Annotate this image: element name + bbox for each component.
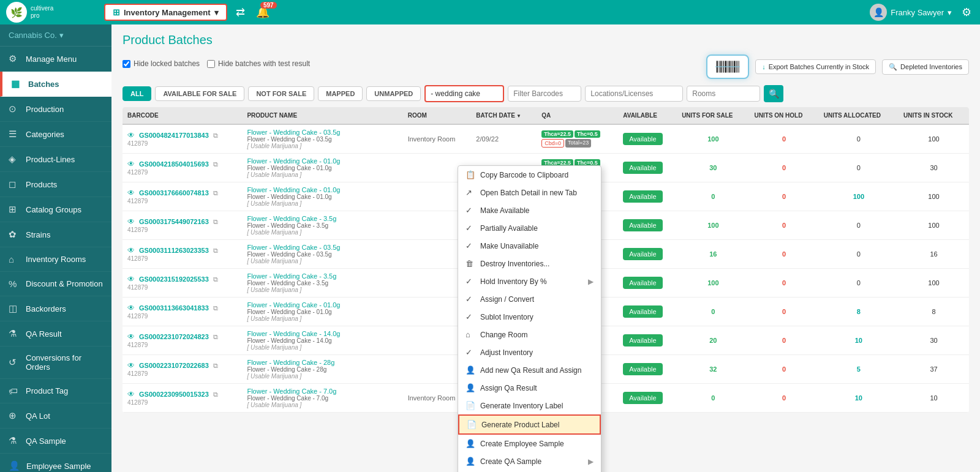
barcode-cell: 👁 GS0004218504015693 ⧉ 412879 [123,154,242,182]
eye-icon[interactable]: 👁 [127,246,135,255]
hide-test-checkbox[interactable] [207,60,215,68]
units-on-hold-cell: 0 [750,326,819,355]
ctx-destroy-inventories[interactable]: 🗑 Destroy Inventories... [458,255,601,272]
user-menu[interactable]: 👤 Franky Sawyer ▾ [870,4,952,21]
eye-icon[interactable]: 👁 [127,304,135,312]
sidebar-item-strains[interactable]: ✿ Strains [0,222,111,247]
eye-icon[interactable]: 👁 [127,160,135,168]
tab-all[interactable]: ALL [123,86,151,101]
sidebar-item-qa-sample[interactable]: ⚗ QA Sample [0,429,111,454]
sidebar-item-catalog-groups[interactable]: ⊞ Catalog Groups [0,197,111,222]
tab-available-for-sale[interactable]: AVAILABLE FOR SALE [155,86,244,101]
ctx-create-qa-sample[interactable]: 👤 Create QA Sample ▶ [458,452,601,470]
available-button[interactable]: Available [623,133,662,145]
eye-icon[interactable]: 👁 [127,189,135,197]
copy-barcode-icon[interactable]: ⧉ [213,247,218,254]
hide-locked-checkbox[interactable] [123,60,130,68]
eye-icon[interactable]: 👁 [127,332,135,341]
ctx-hold-inventory[interactable]: ✓ Hold Inventory By % ▶ [458,272,601,290]
sidebar-item-products[interactable]: ◻ Products [0,172,111,197]
units-in-stock-cell: 100 [899,182,969,211]
ctx-gen-product-label[interactable]: 📄 Generate Product Label [458,414,601,435]
copy-barcode-icon[interactable]: ⧉ [213,160,218,168]
sidebar-item-qa-lot[interactable]: ⊕ QA Lot [0,403,111,429]
filter-barcodes-input[interactable] [508,86,581,102]
available-button[interactable]: Available [623,305,662,318]
page-title: Product Batches [123,33,969,47]
sidebar-item-backorders[interactable]: ◫ Backorders [0,296,111,321]
eye-icon[interactable]: 👁 [127,390,135,399]
units-in-stock: 100 [928,135,939,143]
barcode-scanner-button[interactable] [706,54,749,79]
ctx-assign-convert[interactable]: ✓ Assign / Convert [458,290,601,308]
col-batch-date[interactable]: BATCH DATE [471,107,537,124]
eye-icon[interactable]: 👁 [127,131,135,140]
sidebar-item-product-tag[interactable]: 🏷 Product Tag [0,379,111,403]
eye-icon[interactable]: 👁 [127,217,135,226]
available-button[interactable]: Available [623,162,662,174]
search-input[interactable] [424,85,504,102]
copy-barcode-icon[interactable]: ⧉ [213,189,218,197]
ctx-copy-barcode[interactable]: 📋 Copy Barcode to Clipboard [458,166,601,184]
hide-test-label[interactable]: Hide batches with test result [207,59,310,68]
module-button[interactable]: ⊞ Inventory Management ▾ [104,4,227,21]
bell-icon[interactable]: 🔔 597 [254,3,272,21]
company-selector[interactable]: Cannabis Co. ▾ [0,24,111,47]
hide-locked-text: Hide locked batches [134,59,200,68]
eye-icon[interactable]: 👁 [127,361,135,370]
sidebar-item-employee-sample[interactable]: 👤 Employee Sample [0,454,111,472]
available-button[interactable]: Available [623,363,662,375]
eye-icon[interactable]: 👁 [127,275,135,283]
sidebar-item-product-lines[interactable]: ◈ Product-Lines [0,147,111,172]
copy-barcode-icon[interactable]: ⧉ [213,362,218,369]
settings-icon[interactable]: ⇄ [233,3,247,21]
hide-locked-label[interactable]: Hide locked batches [123,59,200,68]
ctx-gen-inventory-label[interactable]: 📄 Generate Inventory Label [458,397,601,414]
locations-input[interactable] [585,86,683,102]
ctx-add-qa-result[interactable]: 👤 Add new Qa Result and Assign [458,361,601,379]
copy-barcode-icon[interactable]: ⧉ [213,275,218,283]
available-button[interactable]: Available [623,219,662,231]
copy-barcode-icon: 📋 [466,170,475,179]
sidebar-item-production[interactable]: ⊙ Production [0,97,111,122]
sidebar-item-categories[interactable]: ☰ Categories [0,122,111,147]
available-button[interactable]: Available [623,277,662,289]
ctx-assign-qa-result[interactable]: 👤 Assign Qa Result [458,379,601,397]
copy-barcode-icon[interactable]: ⧉ [213,333,218,340]
tab-not-for-sale[interactable]: NOT FOR SALE [248,86,314,101]
ctx-make-unavailable[interactable]: ✓ Make Unavailable [458,237,601,255]
rooms-input[interactable] [687,86,760,102]
ctx-create-employee-sample[interactable]: 👤 Create Employee Sample [458,435,601,452]
qa-sample-icon: ⚗ [9,435,20,446]
copy-barcode-icon[interactable]: ⧉ [213,132,218,139]
sidebar-item-discount-promotion[interactable]: % Discount & Promotion [0,272,111,296]
depleted-inventories-button[interactable]: 🔍 Depleted Inventories [882,59,969,75]
sidebar-item-qa-result[interactable]: ⚗ QA Result [0,321,111,347]
available-button[interactable]: Available [623,392,662,404]
ctx-open-batch-tab[interactable]: ↗ Open Batch Detail in new Tab [458,184,601,201]
copy-barcode-icon[interactable]: ⧉ [213,304,218,312]
copy-barcode-icon[interactable]: ⧉ [213,218,218,225]
sidebar-item-manage-menu[interactable]: ⚙ Manage Menu [0,47,111,72]
available-button[interactable]: Available [623,248,662,260]
sidebar-item-conversions[interactable]: ↺ Conversions for Orders [0,347,111,379]
add-qa-icon: 👤 [466,365,475,375]
tab-unmapped[interactable]: UNMAPPED [366,86,421,101]
available-button[interactable]: Available [623,190,662,203]
search-button[interactable]: 🔍 [764,85,783,102]
settings-gear-icon[interactable]: ⚙ [959,3,974,21]
export-batches-button[interactable]: ↓ Export Batches Currently in Stock [755,59,876,74]
ctx-make-available[interactable]: ✓ Make Available [458,201,601,219]
ctx-adjust-inventory[interactable]: ✓ Adjust Inventory [458,343,601,361]
logo[interactable]: 🌿 cultivera pro [6,2,98,23]
tab-mapped[interactable]: MAPPED [318,86,363,101]
ctx-sublot-inventory[interactable]: ✓ Sublot Inventory [458,308,601,326]
top-nav: 🌿 cultivera pro ⊞ Inventory Management ▾… [0,0,980,24]
ctx-partially-available[interactable]: ✓ Partially Available [458,219,601,237]
copy-barcode-icon[interactable]: ⧉ [213,391,218,398]
sidebar-item-inventory-rooms[interactable]: ⌂ Inventory Rooms [0,247,111,272]
backorders-icon: ◫ [9,303,20,314]
sidebar-item-batches[interactable]: ▦ Batches [0,72,111,97]
available-button[interactable]: Available [623,334,662,347]
ctx-change-room[interactable]: ⌂ Change Room [458,326,601,343]
